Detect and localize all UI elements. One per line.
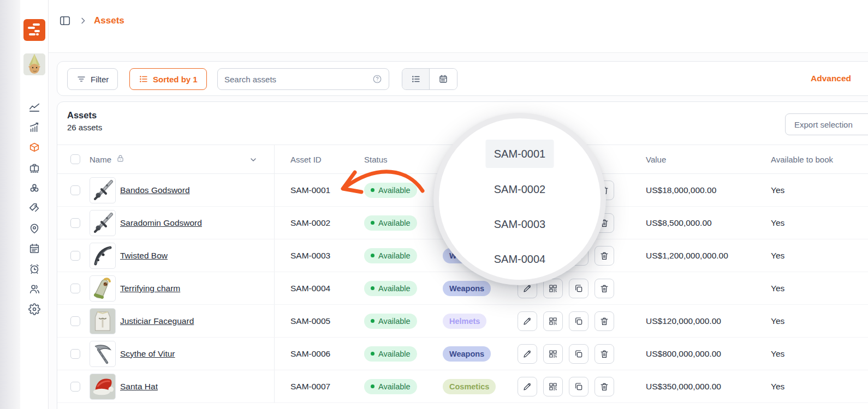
locations-icon	[28, 222, 40, 234]
sidebar-item-locations[interactable]	[28, 222, 41, 234]
sidebar-item-settings[interactable]	[28, 303, 41, 315]
assets-icon	[28, 142, 40, 154]
asset-name-link[interactable]: Justiciar Faceguard	[120, 316, 194, 326]
table-row: Terrifying charm SAM-0004 Available Weap…	[57, 272, 868, 305]
asset-name-link[interactable]: Twisted Bow	[120, 251, 168, 261]
asset-thumbnail	[90, 374, 116, 400]
sidebar-item-assets[interactable]	[28, 142, 41, 154]
sidebar-item-tags[interactable]	[28, 202, 41, 214]
delete-button[interactable]	[594, 344, 614, 364]
categories-icon	[28, 182, 40, 194]
sidebar-item-categories[interactable]	[28, 182, 41, 194]
asset-name-link[interactable]: Saradomin Godsword	[120, 218, 202, 228]
duplicate-button[interactable]	[569, 311, 588, 331]
duplicate-button[interactable]	[569, 344, 588, 364]
qr-code-button[interactable]	[543, 377, 563, 396]
status-dot-icon	[371, 221, 374, 225]
asset-name-link[interactable]: Scythe of Vitur	[120, 349, 175, 359]
search-box	[217, 68, 389, 90]
column-header-status: Status	[350, 155, 432, 164]
category-badge: Weapons	[443, 281, 491, 296]
available-to-book: Yes	[765, 316, 868, 326]
sidebar-toggle-icon[interactable]	[59, 15, 71, 27]
status-dot-icon	[371, 188, 374, 192]
tags-icon	[28, 202, 40, 214]
sidebar-item-bookings[interactable]	[28, 243, 41, 255]
asset-value: US$1,200,000,000.00	[634, 251, 765, 261]
advanced-link[interactable]: Advanced	[811, 74, 851, 83]
asset-name-link[interactable]: Terrifying charm	[120, 284, 180, 293]
delete-button[interactable]	[594, 311, 614, 331]
chevron-down-icon[interactable]	[249, 155, 258, 166]
delete-button[interactable]	[594, 246, 614, 266]
asset-id: SAM-0007	[275, 382, 350, 392]
calendar-icon	[438, 74, 448, 84]
calendar-view-button[interactable]	[430, 69, 457, 89]
magnifier-asset-id: SAM-0001	[494, 148, 546, 160]
row-checkbox[interactable]	[70, 382, 80, 392]
table-row: Santa Hat SAM-0007 Available Cosmetics U…	[57, 370, 868, 403]
row-checkbox[interactable]	[70, 284, 80, 293]
asset-count: 26 assets	[67, 123, 102, 132]
edit-button[interactable]	[518, 311, 537, 331]
duplicate-button[interactable]	[569, 279, 588, 298]
sidebar-item-reminders[interactable]	[28, 263, 41, 275]
row-checkbox[interactable]	[70, 349, 80, 359]
status-dot-icon	[371, 319, 374, 323]
asset-thumbnail	[90, 308, 116, 334]
column-header-available: Available to book	[765, 155, 868, 164]
available-to-book: Yes	[765, 349, 868, 359]
card-title: Assets	[67, 110, 97, 121]
sidebar-item-analytics[interactable]	[28, 122, 41, 134]
select-all-checkbox[interactable]	[70, 154, 80, 164]
asset-name-link[interactable]: Bandos Godsword	[120, 185, 190, 195]
asset-value: US$8,500,000.00	[634, 218, 765, 228]
kits-icon	[28, 162, 40, 174]
sort-button[interactable]: Sorted by 1	[129, 68, 207, 90]
dashboard-icon	[28, 101, 40, 113]
duplicate-button[interactable]	[569, 377, 588, 396]
user-avatar[interactable]	[23, 53, 45, 75]
asset-thumbnail	[90, 275, 116, 302]
sidebar-item-dashboard[interactable]	[28, 101, 41, 113]
asset-id: SAM-0002	[275, 218, 350, 228]
row-checkbox[interactable]	[70, 316, 80, 326]
edit-button[interactable]	[518, 344, 537, 364]
filter-button[interactable]: Filter	[67, 68, 118, 90]
app-logo[interactable]	[23, 19, 45, 41]
row-checkbox[interactable]	[70, 218, 80, 228]
status-dot-icon	[371, 286, 374, 290]
status-badge: Available	[364, 281, 417, 296]
status-badge: Available	[364, 379, 417, 394]
category-badge: Helmets	[443, 314, 486, 329]
sort-list-icon	[139, 74, 148, 84]
qr-code-button[interactable]	[543, 279, 563, 298]
asset-name-link[interactable]: Santa Hat	[120, 382, 158, 392]
filter-lines-icon	[76, 74, 86, 84]
search-input[interactable]	[224, 75, 372, 84]
column-header-asset-id: Asset ID	[275, 155, 350, 164]
analytics-icon	[28, 122, 40, 134]
row-checkbox[interactable]	[70, 251, 80, 261]
help-icon[interactable]	[372, 74, 382, 84]
delete-button[interactable]	[594, 377, 614, 396]
delete-button[interactable]	[594, 279, 614, 298]
sidebar-item-team[interactable]	[28, 283, 41, 295]
bookings-icon	[28, 243, 40, 255]
category-badge: Cosmetics	[443, 379, 496, 394]
row-checkbox[interactable]	[70, 185, 80, 195]
qr-code-button[interactable]	[543, 311, 563, 331]
magnifier-overlay: SAM-0001SAM-0002SAM-0003SAM-0004	[433, 113, 606, 285]
lock-icon	[116, 154, 125, 165]
sidebar-item-kits[interactable]	[28, 162, 41, 174]
edit-button[interactable]	[518, 377, 537, 396]
magnifier-asset-id: SAM-0003	[494, 218, 546, 231]
breadcrumb[interactable]: Assets	[94, 15, 124, 26]
sort-button-label: Sorted by 1	[153, 75, 198, 84]
magnifier-asset-id: SAM-0002	[494, 183, 546, 196]
team-icon	[28, 283, 40, 295]
list-view-button[interactable]	[402, 69, 430, 89]
export-selection-button[interactable]: Export selection	[785, 113, 868, 135]
available-to-book: Yes	[765, 218, 868, 228]
qr-code-button[interactable]	[543, 344, 563, 364]
